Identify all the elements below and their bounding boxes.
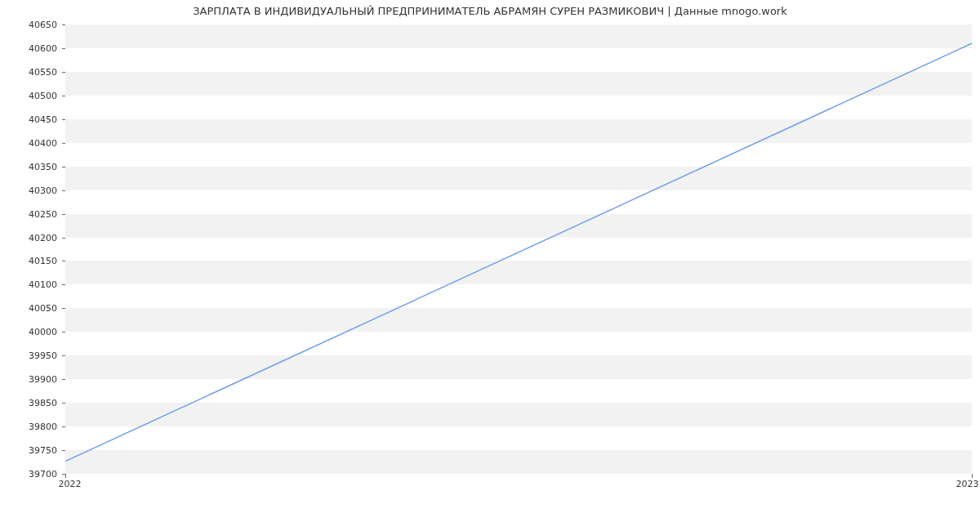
y-tick-label: 40150 <box>0 256 57 266</box>
y-tick-mark <box>62 214 65 215</box>
y-tick-label: 40500 <box>0 90 57 100</box>
y-tick-label: 40400 <box>0 137 57 148</box>
chart-title: ЗАРПЛАТА В ИНДИВИДУАЛЬНЫЙ ПРЕДПРИНИМАТЕЛ… <box>0 5 980 17</box>
y-tick-mark <box>62 284 65 285</box>
series-line <box>65 43 972 461</box>
y-tick-mark <box>62 261 65 261</box>
y-tick-label: 39800 <box>0 422 57 432</box>
y-tick-mark <box>62 190 65 191</box>
y-tick-mark <box>62 48 65 49</box>
y-tick-label: 40650 <box>0 20 57 30</box>
line-layer <box>65 25 972 473</box>
y-tick-mark <box>62 308 65 309</box>
plot-area <box>65 25 972 474</box>
salary-line-chart: ЗАРПЛАТА В ИНДИВИДУАЛЬНЫЙ ПРЕДПРИНИМАТЕЛ… <box>0 0 980 506</box>
x-tick-mark <box>65 474 66 478</box>
y-tick-mark <box>62 426 65 427</box>
y-tick-label: 40350 <box>0 161 57 172</box>
y-tick-label: 39850 <box>0 398 57 408</box>
y-tick-label: 39700 <box>0 469 57 480</box>
y-tick-mark <box>62 379 65 380</box>
x-tick-label: 2022 <box>59 479 82 489</box>
x-tick-label: 2023 <box>956 479 978 489</box>
y-tick-label: 40100 <box>0 279 57 290</box>
y-tick-label: 39900 <box>0 374 57 385</box>
y-tick-mark <box>62 450 65 451</box>
y-tick-label: 40050 <box>0 303 57 314</box>
y-tick-mark <box>62 72 65 73</box>
y-tick-label: 40450 <box>0 114 57 124</box>
y-tick-mark <box>62 238 65 239</box>
y-tick-label: 40200 <box>0 232 57 243</box>
y-tick-label: 39950 <box>0 350 57 361</box>
y-tick-mark <box>62 355 65 356</box>
y-tick-label: 40250 <box>0 208 57 219</box>
y-tick-label: 40550 <box>0 66 57 77</box>
x-tick-mark <box>972 474 973 478</box>
y-tick-mark <box>62 25 65 25</box>
y-tick-label: 40000 <box>0 327 57 337</box>
y-tick-label: 40600 <box>0 42 57 53</box>
y-tick-mark <box>62 167 65 167</box>
y-tick-mark <box>62 143 65 144</box>
y-tick-label: 40300 <box>0 185 57 195</box>
y-tick-mark <box>62 403 65 404</box>
y-tick-label: 39750 <box>0 445 57 456</box>
y-tick-mark <box>62 96 65 96</box>
y-tick-mark <box>62 119 65 120</box>
y-tick-mark <box>62 332 65 332</box>
